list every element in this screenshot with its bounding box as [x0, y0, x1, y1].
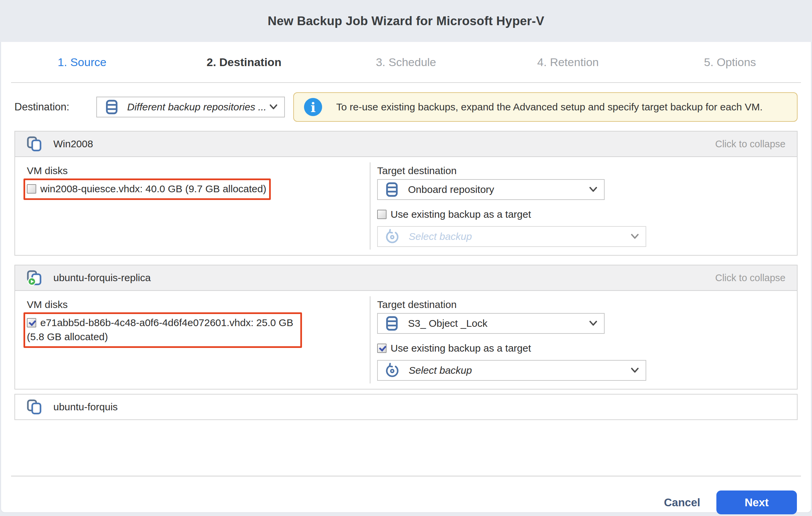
vm-section-ubuntu-forquis[interactable]: ubuntu-forquis: [14, 394, 798, 420]
destination-type-value: Different backup repositories ...: [127, 101, 266, 113]
destination-label: Destination:: [14, 101, 96, 113]
vm-disks-column: VM disks win2008-quiesce.vhdx: 40.0 GB (…: [15, 157, 370, 255]
vm-disks-column: VM disks e71abb5d-b86b-4c48-a0f6-4d6f4e0…: [15, 291, 370, 389]
repository-icon: [385, 316, 399, 331]
steps-divider: [11, 82, 801, 83]
cancel-button[interactable]: Cancel: [664, 496, 700, 509]
disk-row-annotated[interactable]: win2008-quiesce.vhdx: 40.0 GB (9.7 GB al…: [24, 178, 271, 200]
vm-section-header-win2008[interactable]: Win2008 Click to collapse: [15, 132, 797, 156]
footer: Cancel Next: [1, 477, 811, 514]
wizard-title: New Backup Job Wizard for Microsoft Hype…: [268, 14, 544, 28]
chevron-down-icon: [269, 103, 278, 111]
vm-name: ubuntu-forquis: [53, 401, 118, 413]
disk-label: win2008-quiesce.vhdx: 40.0 GB (9.7 GB al…: [40, 183, 266, 194]
step-destination: 2. Destination: [163, 56, 325, 69]
select-backup-value: Select backup: [409, 231, 472, 242]
vm-running-icon: [27, 270, 42, 286]
collapse-hint[interactable]: Click to collapse: [715, 273, 785, 284]
target-destination-column: Target destination Onboard repository: [371, 157, 797, 255]
use-existing-backup-checkbox[interactable]: [377, 344, 386, 353]
step-options: 5. Options: [649, 56, 811, 69]
collapse-hint[interactable]: Click to collapse: [715, 139, 785, 150]
vm-section-header-ubuntu-forquis-replica[interactable]: ubuntu-forquis-replica Click to collapse: [15, 265, 797, 290]
use-existing-backup-row: Use existing backup as a target: [377, 343, 797, 354]
vm-section-ubuntu-forquis-replica: ubuntu-forquis-replica Click to collapse…: [14, 265, 798, 390]
vm-body: VM disks win2008-quiesce.vhdx: 40.0 GB (…: [15, 156, 797, 255]
target-repository-dropdown[interactable]: S3_ Object _Lock: [377, 313, 605, 334]
restore-point-icon: [384, 363, 400, 378]
disk-row-annotated[interactable]: e71abb5d-b86b-4c48-a0f6-4d6f4e072601.vhd…: [24, 312, 302, 348]
chevron-down-icon: [588, 320, 598, 327]
wizard-titlebar: New Backup Job Wizard for Microsoft Hype…: [0, 0, 812, 42]
destination-type-dropdown[interactable]: Different backup repositories ...: [96, 97, 285, 117]
chevron-down-icon: [588, 186, 598, 193]
select-backup-value: Select backup: [409, 365, 472, 376]
target-repository-dropdown[interactable]: Onboard repository: [377, 179, 605, 200]
use-existing-backup-label[interactable]: Use existing backup as a target: [390, 343, 531, 354]
destination-row: Destination: Different backup repositori…: [14, 92, 798, 122]
target-repository-value: S3_ Object _Lock: [408, 318, 488, 329]
use-existing-backup-row: Use existing backup as a target: [377, 209, 797, 220]
vm-disks-label: VM disks: [27, 299, 370, 310]
disk-checkbox[interactable]: [27, 318, 36, 327]
use-existing-backup-label[interactable]: Use existing backup as a target: [390, 209, 531, 220]
chevron-down-icon: [630, 233, 640, 240]
target-destination-label: Target destination: [377, 299, 797, 310]
repository-icon: [385, 182, 399, 197]
chevron-down-icon: [630, 367, 640, 374]
info-banner: i To re-use existing backups, expand the…: [293, 92, 798, 122]
info-icon: i: [304, 98, 322, 116]
repository-icon: [105, 99, 118, 115]
select-backup-dropdown[interactable]: Select backup: [377, 360, 646, 381]
target-destination-column: Target destination S3_ Object _Lock: [371, 291, 797, 389]
vm-icon: [27, 399, 42, 415]
info-banner-text: To re-use existing backups, expand the A…: [336, 101, 763, 113]
disk-label: e71abb5d-b86b-4c48-a0f6-4d6f4e072601.vhd…: [27, 317, 293, 342]
step-retention: 4. Retention: [487, 56, 649, 69]
target-destination-label: Target destination: [377, 165, 797, 176]
select-backup-dropdown: Select backup: [377, 226, 646, 247]
vm-disks-label: VM disks: [27, 165, 370, 176]
wizard-card: 1. Source 2. Destination 3. Schedule 4. …: [1, 42, 811, 513]
restore-point-icon: [384, 229, 400, 244]
step-schedule: 3. Schedule: [325, 56, 487, 69]
wizard-steps: 1. Source 2. Destination 3. Schedule 4. …: [1, 42, 811, 82]
vm-icon: [27, 136, 42, 152]
disk-checkbox[interactable]: [27, 184, 36, 194]
step-source[interactable]: 1. Source: [1, 56, 163, 69]
use-existing-backup-checkbox[interactable]: [377, 210, 386, 219]
vm-name: ubuntu-forquis-replica: [53, 272, 151, 284]
next-button[interactable]: Next: [716, 490, 797, 514]
vm-name: Win2008: [53, 138, 93, 150]
vm-section-win2008: Win2008 Click to collapse VM disks win20…: [14, 131, 798, 256]
vm-body: VM disks e71abb5d-b86b-4c48-a0f6-4d6f4e0…: [15, 290, 797, 389]
target-repository-value: Onboard repository: [408, 184, 494, 195]
